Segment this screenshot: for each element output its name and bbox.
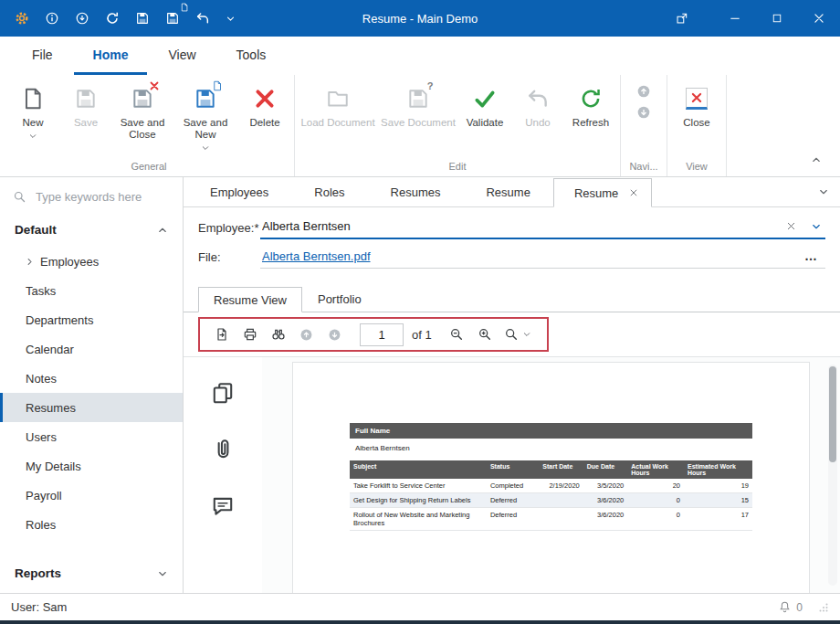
sidebar-search[interactable] bbox=[0, 183, 183, 211]
sidebar-item-my-details[interactable]: My Details bbox=[0, 451, 183, 481]
close-tab-icon[interactable] bbox=[629, 188, 638, 197]
cell-estimated-hours: 17 bbox=[684, 508, 752, 531]
cell-due-date: 3/6/2020 bbox=[583, 508, 628, 531]
employee-lookup-field[interactable]: Alberta Berntsen bbox=[260, 217, 825, 239]
comments-icon[interactable] bbox=[211, 494, 235, 518]
previous-record-icon[interactable] bbox=[636, 84, 651, 99]
info-icon[interactable] bbox=[41, 6, 63, 30]
attachments-icon[interactable] bbox=[211, 438, 235, 461]
employee-label: Employee:* bbox=[198, 221, 260, 235]
bell-icon[interactable] bbox=[778, 600, 792, 614]
sidebar-item-resumes[interactable]: Resumes bbox=[0, 393, 183, 422]
sidebar-item-employees[interactable]: Employees bbox=[0, 247, 183, 276]
table-row: Rollout of New Website and Marketing Bro… bbox=[350, 508, 752, 531]
window-title: Resume - Main Demo bbox=[362, 12, 478, 26]
sidebar-item-label: Departments bbox=[26, 313, 93, 327]
sidebar-item-users[interactable]: Users bbox=[0, 422, 183, 451]
refresh-icon[interactable] bbox=[101, 6, 123, 30]
refresh-button-label: Refresh bbox=[572, 117, 609, 129]
undo-icon[interactable] bbox=[192, 6, 214, 30]
window-bottom-edge bbox=[0, 620, 840, 624]
browse-file-button[interactable]: … bbox=[799, 249, 824, 263]
doc-tab-roles[interactable]: Roles bbox=[291, 177, 367, 206]
tab-file[interactable]: File bbox=[13, 37, 72, 75]
vertical-scrollbar[interactable] bbox=[828, 365, 837, 586]
download-icon[interactable] bbox=[71, 6, 93, 30]
sidebar-item-tasks[interactable]: Tasks bbox=[0, 276, 183, 305]
tab-list-chevron-icon[interactable] bbox=[818, 186, 829, 197]
section-default-label: Default bbox=[15, 223, 57, 237]
next-record-icon[interactable] bbox=[636, 105, 651, 120]
resize-grip-icon[interactable] bbox=[818, 602, 829, 613]
sidebar-item-notes[interactable]: Notes bbox=[0, 364, 183, 393]
print-icon[interactable] bbox=[236, 323, 264, 346]
file-link[interactable]: Alberta Berntsen.pdf bbox=[262, 249, 799, 263]
collapse-ribbon-icon[interactable] bbox=[803, 151, 829, 169]
doc-tab-resume-2[interactable]: Resume bbox=[553, 178, 652, 207]
delete-button[interactable]: Delete bbox=[238, 80, 291, 129]
undo-button[interactable]: Undo bbox=[511, 80, 564, 129]
sidebar-section-default[interactable]: Default bbox=[0, 211, 183, 247]
cell-start-date bbox=[539, 508, 583, 531]
chevron-right-icon[interactable] bbox=[25, 257, 35, 267]
refresh-button[interactable]: Refresh bbox=[564, 80, 617, 129]
tab-resume-view[interactable]: Resume View bbox=[198, 287, 302, 312]
ribbon-group-label-edit: Edit bbox=[298, 159, 617, 176]
next-page-icon[interactable] bbox=[320, 323, 349, 346]
cell-subject: Take Forklift to Service Center bbox=[350, 479, 487, 493]
settings-icon[interactable] bbox=[11, 6, 33, 30]
doc-tab-resumes[interactable]: Resumes bbox=[368, 177, 464, 206]
tab-tools[interactable]: Tools bbox=[217, 37, 286, 75]
tab-view[interactable]: View bbox=[149, 37, 215, 75]
ribbon-group-navigation: Navi... bbox=[621, 75, 667, 176]
maximize-button[interactable] bbox=[756, 0, 798, 37]
sidebar-item-departments[interactable]: Departments bbox=[0, 305, 183, 334]
zoom-in-icon[interactable] bbox=[471, 323, 499, 346]
popup-window-icon[interactable] bbox=[661, 0, 703, 37]
save-and-new-button[interactable]: Save and New bbox=[173, 80, 238, 153]
search-input[interactable] bbox=[36, 190, 170, 204]
clear-icon[interactable] bbox=[786, 221, 796, 231]
tab-portfolio[interactable]: Portfolio bbox=[302, 286, 377, 312]
minimize-button[interactable] bbox=[714, 0, 756, 37]
section-reports-label: Reports bbox=[15, 566, 61, 580]
close-button[interactable] bbox=[798, 0, 840, 37]
customize-quick-access-icon[interactable] bbox=[222, 6, 238, 30]
doc-tab-resume-1[interactable]: Resume bbox=[463, 177, 552, 206]
zoom-out-icon[interactable] bbox=[443, 323, 471, 346]
sidebar-item-payroll[interactable]: Payroll bbox=[0, 481, 183, 510]
column-header: Start Date bbox=[539, 460, 583, 479]
tab-home[interactable]: Home bbox=[74, 37, 148, 75]
save-button[interactable]: Save bbox=[59, 80, 112, 129]
save-and-new-icon bbox=[194, 84, 217, 113]
cell-start-date: 2/19/2020 bbox=[539, 479, 583, 493]
sidebar-item-roles[interactable]: Roles bbox=[0, 510, 183, 539]
file-field: Alberta Berntsen.pdf … bbox=[260, 246, 825, 269]
save-and-close-button[interactable]: Save and Close bbox=[112, 80, 173, 141]
doc-tab-employees[interactable]: Employees bbox=[187, 177, 291, 206]
scrollbar-thumb[interactable] bbox=[829, 366, 836, 462]
load-document-label: Load Document bbox=[300, 117, 374, 129]
sidebar-item-calendar[interactable]: Calendar bbox=[0, 334, 183, 364]
save-icon[interactable] bbox=[131, 6, 153, 30]
new-button-label: New bbox=[22, 117, 43, 129]
chevron-down-icon[interactable] bbox=[811, 221, 822, 232]
status-right: 0 bbox=[778, 600, 829, 614]
page-number-input[interactable] bbox=[360, 323, 404, 346]
column-header: Subject bbox=[350, 460, 487, 479]
find-icon[interactable] bbox=[264, 323, 292, 346]
close-view-button[interactable]: Close bbox=[670, 80, 723, 129]
sidebar-item-label: Users bbox=[26, 430, 57, 444]
ribbon-group-edit: Load Document ? Save Document Validate U… bbox=[295, 75, 621, 176]
zoom-dropdown[interactable] bbox=[499, 323, 536, 346]
thumbnails-icon[interactable] bbox=[211, 381, 235, 405]
previous-page-icon[interactable] bbox=[292, 323, 320, 346]
save-document-button[interactable]: ? Save Document bbox=[378, 80, 458, 129]
new-button[interactable]: New bbox=[6, 80, 59, 141]
validate-button[interactable]: Validate bbox=[458, 80, 511, 129]
load-document-icon bbox=[326, 84, 350, 113]
open-document-icon[interactable] bbox=[207, 323, 236, 346]
save-all-icon[interactable] bbox=[162, 6, 184, 30]
load-document-button[interactable]: Load Document bbox=[298, 80, 378, 129]
sidebar-section-reports[interactable]: Reports bbox=[0, 555, 183, 593]
